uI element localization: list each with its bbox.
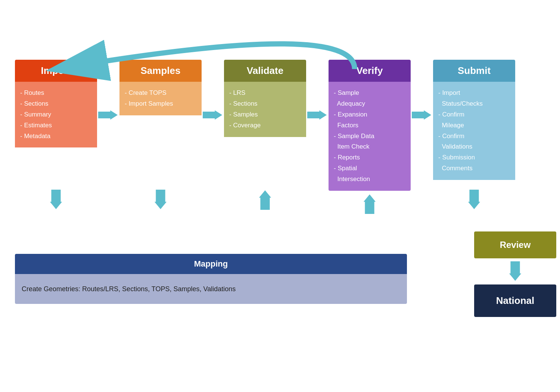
samples-item-2: - Import Samples: [125, 99, 196, 109]
import-item-1: - Routes: [20, 88, 92, 99]
diagram-container: Import - Routes - Sections - Summary - E…: [0, 0, 560, 392]
import-header: Import: [15, 60, 97, 82]
verify-item-4: - Reports: [334, 152, 405, 163]
validate-step-wrapper: Validate - LRS - Sections - Samples - Co…: [224, 60, 306, 210]
import-step-wrapper: Import - Routes - Sections - Summary - E…: [15, 60, 97, 210]
svg-marker-9: [468, 190, 480, 209]
submit-body: - Import Status/Checks - Confirm Mileage…: [433, 82, 515, 180]
import-item-4: - Estimates: [20, 120, 92, 131]
verify-item-5: - Spatial Intersection: [334, 163, 405, 185]
submit-header: Submit: [433, 60, 515, 82]
review-to-national-arrow: [508, 261, 522, 281]
submit-step-wrapper: Submit - Import Status/Checks - Confirm …: [433, 60, 515, 210]
verify-item-3: - Sample Data Item Check: [334, 131, 405, 153]
verify-header: Verify: [329, 60, 411, 82]
samples-header: Samples: [119, 60, 202, 82]
submit-arrow-down: [467, 190, 481, 210]
import-to-samples-arrow: [97, 108, 119, 122]
validate-to-verify-arrow: [306, 108, 329, 122]
svg-marker-3: [155, 190, 167, 209]
import-item-5: - Metadata: [20, 131, 92, 142]
import-item-3: - Summary: [20, 109, 92, 120]
right-column: Review National: [474, 231, 556, 317]
samples-arrow-down: [154, 190, 167, 210]
import-box: Import - Routes - Sections - Summary - E…: [15, 60, 97, 187]
steps-row: Import - Routes - Sections - Summary - E…: [15, 60, 515, 214]
mapping-section: Mapping Create Geometries: Routes/LRS, S…: [15, 254, 407, 304]
submit-item-4: - Submission Comments: [438, 152, 510, 174]
svg-marker-10: [509, 261, 521, 281]
samples-box: Samples - Create TOPS - Import Samples: [119, 60, 202, 187]
samples-item-1: - Create TOPS: [125, 88, 196, 99]
svg-marker-8: [412, 110, 431, 119]
validate-body: - LRS - Sections - Samples - Coverage: [224, 82, 306, 137]
verify-box: Verify - Sample Adequacy - Expansion Fac…: [329, 60, 411, 191]
import-arrow-down: [49, 190, 63, 210]
validate-item-1: - LRS: [229, 88, 301, 99]
svg-marker-6: [307, 110, 327, 119]
validate-header: Validate: [224, 60, 306, 82]
import-item-2: - Sections: [20, 99, 92, 109]
review-box: Review: [474, 231, 556, 258]
verify-body: - Sample Adequacy - Expansion Factors - …: [329, 82, 411, 191]
samples-to-validate-arrow: [202, 108, 224, 122]
validate-item-3: - Samples: [229, 109, 301, 120]
submit-item-2: - Confirm Mileage: [438, 109, 510, 131]
national-box: National: [474, 284, 556, 317]
submit-item-1: - Import Status/Checks: [438, 88, 510, 109]
validate-box: Validate - LRS - Sections - Samples - Co…: [224, 60, 306, 187]
validate-item-4: - Coverage: [229, 120, 301, 131]
verify-arrow-up: [363, 194, 376, 214]
svg-marker-1: [50, 190, 62, 209]
samples-step-wrapper: Samples - Create TOPS - Import Samples: [119, 60, 202, 210]
verify-step-wrapper: Verify - Sample Adequacy - Expansion Fac…: [329, 60, 411, 214]
svg-marker-5: [259, 190, 271, 210]
submit-item-3: - Confirm Validations: [438, 131, 510, 153]
submit-box: Submit - Import Status/Checks - Confirm …: [433, 60, 515, 187]
samples-body: - Create TOPS - Import Samples: [119, 82, 202, 115]
svg-marker-7: [364, 195, 376, 214]
svg-marker-2: [98, 110, 118, 119]
mapping-header: Mapping: [15, 254, 407, 274]
mapping-body: Create Geometries: Routes/LRS, Sections,…: [15, 274, 407, 304]
import-body: - Routes - Sections - Summary - Estimate…: [15, 82, 97, 147]
validate-item-2: - Sections: [229, 99, 301, 109]
verify-item-1: - Sample Adequacy: [334, 88, 405, 109]
svg-marker-4: [203, 110, 222, 119]
verify-item-2: - Expansion Factors: [334, 109, 405, 131]
verify-to-submit-arrow: [411, 108, 433, 122]
validate-arrow-up: [258, 190, 272, 210]
